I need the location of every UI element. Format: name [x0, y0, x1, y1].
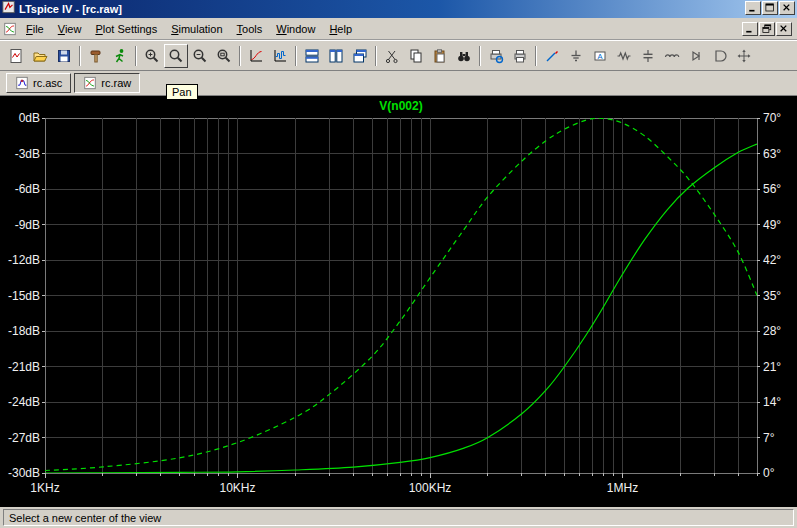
place-ground-button[interactable]	[564, 44, 588, 68]
place-capacitor-button[interactable]	[636, 44, 660, 68]
svg-text:63°: 63°	[763, 147, 781, 161]
svg-text:70°: 70°	[763, 111, 781, 125]
menu-file[interactable]: File	[19, 20, 51, 38]
copy-icon	[408, 48, 424, 64]
cut-icon	[384, 48, 400, 64]
cut-button[interactable]	[380, 44, 404, 68]
document-icon[interactable]	[3, 22, 17, 36]
place-diode-button[interactable]	[684, 44, 708, 68]
toolbar-separator	[479, 46, 481, 66]
svg-text:-9dB: -9dB	[15, 218, 40, 232]
draw-wire-icon	[544, 48, 560, 64]
titlebar[interactable]: LTspice IV - [rc.raw]	[0, 0, 797, 18]
menu-help[interactable]: Help	[322, 20, 359, 38]
place-ground-icon	[568, 48, 584, 64]
pan-tooltip: Pan	[166, 84, 198, 100]
menu-simulation[interactable]: Simulation	[164, 20, 229, 38]
window-close-button[interactable]	[779, 1, 795, 15]
axis-ticks	[42, 118, 760, 478]
save-button[interactable]	[52, 44, 76, 68]
print-button[interactable]	[508, 44, 532, 68]
zoom-in-icon	[144, 48, 160, 64]
autorange-y-axis-icon	[248, 48, 264, 64]
run-icon	[112, 48, 128, 64]
waveform-chart[interactable]: 0dB70°-3dB63°-6dB56°-9dB49°-12dB42°-15dB…	[0, 96, 797, 507]
print-preview-button[interactable]	[484, 44, 508, 68]
control-panel-button[interactable]	[84, 44, 108, 68]
zoom-out-button[interactable]	[188, 44, 212, 68]
window-minimize-button[interactable]	[745, 1, 761, 15]
run-button[interactable]	[108, 44, 132, 68]
zoom-in-button[interactable]	[140, 44, 164, 68]
close-icon	[781, 2, 793, 14]
svg-text:56°: 56°	[763, 182, 781, 196]
svg-text:1MHz: 1MHz	[607, 481, 638, 495]
document-restore-button[interactable]	[759, 22, 775, 36]
waveform-plot-pane[interactable]: 0dB70°-3dB63°-6dB56°-9dB49°-12dB42°-15dB…	[0, 96, 797, 507]
cascade-windows-button[interactable]	[348, 44, 372, 68]
app-icon[interactable]	[2, 0, 16, 18]
status-panel: Select a new center of the view	[3, 509, 794, 526]
svg-text:-6dB: -6dB	[15, 182, 40, 196]
autorange-y-axis-button[interactable]	[244, 44, 268, 68]
toolbar-separator	[135, 46, 137, 66]
pan-icon	[168, 48, 184, 64]
svg-text:A: A	[597, 51, 602, 60]
place-resistor-button[interactable]	[612, 44, 636, 68]
plot-settings-button[interactable]	[268, 44, 292, 68]
place-component-button[interactable]	[708, 44, 732, 68]
svg-text:-30dB: -30dB	[8, 466, 40, 480]
tile-horizontally-button[interactable]	[324, 44, 348, 68]
place-resistor-icon	[616, 48, 632, 64]
find-button[interactable]	[452, 44, 476, 68]
menu-view[interactable]: View	[51, 20, 89, 38]
close-icon	[778, 23, 790, 35]
toolbar-separator	[239, 46, 241, 66]
svg-text:35°: 35°	[763, 289, 781, 303]
ltspice-app-icon	[2, 0, 16, 14]
draw-wire-button[interactable]	[540, 44, 564, 68]
v-n002-magnitude-trace[interactable]	[45, 144, 757, 473]
v-n002-phase-trace[interactable]	[45, 118, 757, 470]
toolbar-separator	[79, 46, 81, 66]
menu-tools[interactable]: Tools	[230, 20, 270, 38]
tab-bar: rc.ascrc.raw	[0, 71, 797, 96]
document-minimize-button[interactable]	[742, 22, 758, 36]
tab-rc-asc[interactable]: rc.asc	[6, 73, 71, 93]
svg-text:-18dB: -18dB	[8, 324, 40, 338]
window-maximize-button[interactable]	[762, 1, 778, 15]
place-inductor-icon	[664, 48, 680, 64]
open-button[interactable]	[28, 44, 52, 68]
place-label-button[interactable]: A	[588, 44, 612, 68]
status-text: Select a new center of the view	[9, 512, 161, 524]
tile-vertically-button[interactable]	[300, 44, 324, 68]
move-button[interactable]	[732, 44, 756, 68]
svg-text:-24dB: -24dB	[8, 395, 40, 409]
schematic-doc-icon	[15, 76, 29, 90]
document-window-buttons	[741, 22, 792, 36]
plot-title[interactable]: V(n002)	[379, 99, 422, 113]
svg-text:1KHz: 1KHz	[30, 481, 59, 495]
svg-text:0°: 0°	[763, 466, 775, 480]
place-inductor-button[interactable]	[660, 44, 684, 68]
maximize-icon	[764, 2, 776, 14]
zoom-full-extents-icon	[216, 48, 232, 64]
place-label-icon: A	[592, 48, 608, 64]
zoom-full-extents-button[interactable]	[212, 44, 236, 68]
tab-rc-raw[interactable]: rc.raw	[74, 73, 140, 93]
svg-text:7°: 7°	[763, 431, 775, 445]
copy-button[interactable]	[404, 44, 428, 68]
svg-text:-12dB: -12dB	[8, 253, 40, 267]
svg-text:100KHz: 100KHz	[409, 481, 452, 495]
pan-button[interactable]	[164, 44, 188, 68]
new-schematic-button[interactable]	[4, 44, 28, 68]
svg-text:-21dB: -21dB	[8, 360, 40, 374]
svg-text:28°: 28°	[763, 324, 781, 338]
svg-text:42°: 42°	[763, 253, 781, 267]
move-icon	[736, 48, 752, 64]
menu-window[interactable]: Window	[269, 20, 322, 38]
menu-plot-settings[interactable]: Plot Settings	[88, 20, 164, 38]
menu-items: FileViewPlot SettingsSimulationToolsWind…	[19, 19, 359, 38]
document-close-button[interactable]	[776, 22, 792, 36]
paste-button[interactable]	[428, 44, 452, 68]
